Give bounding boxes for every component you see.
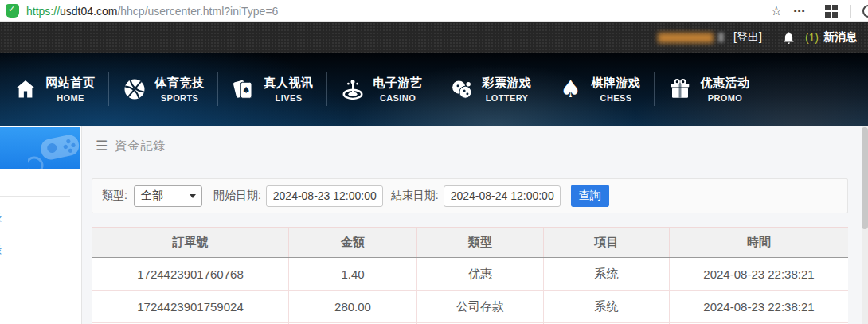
bell-icon[interactable] (782, 31, 796, 45)
main-nav: 网站首页HOME 体育竞技SPORTS ♠ 真人视讯LIVES 电子游艺CASI… (0, 53, 868, 126)
sidebar: 錄 錄 申 申 (0, 126, 82, 324)
table-row: 1724423901760768 1.40 优惠 系统 2024-08-23 2… (92, 258, 849, 291)
nav-label: 优惠活动PROMO (701, 76, 750, 103)
nav-label: 网站首页HOME (46, 76, 96, 103)
cell-time: 2024-08-23 22:38:21 (670, 258, 849, 291)
filter-bar: 類型: 全部 開始日期: 結束日期: 查詢 (92, 178, 848, 213)
cell-type: 优惠 (417, 258, 544, 291)
nav-item-chess[interactable]: ♠ 棋牌游戏CHESS (545, 53, 654, 126)
page-header: ☰ 資金記錄 (96, 139, 166, 154)
content-area: 錄 錄 申 申 ☰ 資金記錄 類型: 全部 開始日期: 結束日期: 查詢 訂單號… (0, 126, 868, 324)
gift-icon (668, 77, 692, 101)
cell-order-no: 1724423901760768 (92, 258, 289, 291)
nav-item-casino[interactable]: 电子游艺CASINO (327, 53, 436, 126)
topbar-divider (772, 32, 772, 44)
sidebar-partial-item[interactable]: 錄 (0, 210, 2, 225)
profile-icon[interactable] (862, 5, 868, 18)
gamepad-graphic (28, 131, 80, 169)
header-order-no: 訂單號 (92, 228, 289, 258)
url-scheme: https (26, 5, 50, 18)
cell-item: 系统 (544, 291, 670, 323)
logout-link[interactable]: [登出] (733, 30, 762, 45)
sidebar-partial-item[interactable]: 申 (0, 311, 2, 324)
start-date-input[interactable] (266, 185, 383, 207)
table-row: 1724423901759024 280.00 公司存款 系统 2024-08-… (92, 291, 849, 323)
header-amount: 金額 (289, 228, 417, 258)
nav-label: 彩票游戏LOTTERY (483, 76, 532, 103)
sidebar-divider (0, 196, 70, 197)
spade-icon: ♠ (559, 77, 583, 101)
end-date-input[interactable] (444, 185, 561, 207)
svg-text:♠: ♠ (242, 85, 250, 96)
cell-item: 系统 (544, 258, 670, 291)
bookmark-star-icon[interactable]: ☆ (771, 5, 782, 18)
sports-ball-icon (123, 77, 147, 101)
nav-item-lottery[interactable]: 彩票游戏LOTTERY (436, 53, 545, 126)
message-count-badge: (1) (805, 31, 819, 44)
url-separator: :// (50, 5, 60, 18)
sidebar-partial-item[interactable]: 錄 (0, 243, 2, 258)
type-label: 類型: (102, 189, 127, 203)
home-icon (14, 77, 37, 101)
nav-label: 棋牌游戏CHESS (592, 76, 641, 103)
search-button[interactable]: 查詢 (571, 185, 609, 207)
roulette-icon (341, 77, 365, 101)
cell-amount: 280.00 (289, 291, 417, 323)
playing-cards-icon: ♠ (232, 77, 256, 101)
records-table: 訂單號 金額 類型 項目 時間 1724423901760768 1.40 优惠… (92, 227, 848, 324)
header-type: 類型 (417, 228, 544, 258)
sidebar-banner[interactable] (0, 127, 80, 169)
more-options-icon[interactable]: ⋯ (793, 4, 806, 18)
start-date-label: 開始日期: (213, 189, 261, 203)
cell-order-no: 1724423901759024 (92, 291, 289, 323)
type-select[interactable]: 全部 (134, 185, 202, 207)
header-item: 項目 (544, 228, 670, 258)
secure-shield-icon[interactable] (6, 4, 19, 18)
nav-item-home[interactable]: 网站首页HOME (0, 53, 108, 126)
records-table-wrap: 訂單號 金額 類型 項目 時間 1724423901760768 1.40 优惠… (92, 227, 848, 324)
cell-time: 2024-08-23 22:38:21 (670, 291, 849, 323)
nav-label: 真人视讯LIVES (264, 76, 314, 103)
content-scrollbar[interactable] (862, 126, 868, 324)
page-title: 資金記錄 (115, 139, 166, 154)
username-redacted (658, 33, 714, 43)
url-path: /hhcp/usercenter.html?iniType=6 (117, 5, 278, 18)
apps-grid-icon[interactable] (825, 5, 838, 18)
lottery-balls-icon (450, 77, 474, 101)
browser-address-bar: https://usdt04.com/hhcp/usercenter.html?… (0, 0, 868, 22)
nav-label: 体育竞技SPORTS (155, 76, 205, 103)
username-redacted-tail (718, 33, 724, 42)
url-domain: usdt04.com (60, 5, 117, 18)
url-text[interactable]: https://usdt04.com/hhcp/usercenter.html?… (26, 5, 278, 18)
cell-type: 公司存款 (417, 291, 544, 323)
sidebar-partial-item[interactable]: 申 (0, 277, 2, 292)
scrollbar-thumb[interactable] (862, 127, 868, 229)
browser-toolbar-icons: ☆ ⋯ (771, 0, 868, 22)
type-select-value: 全部 (141, 189, 163, 203)
nav-item-lives[interactable]: ♠ 真人视讯LIVES (218, 53, 326, 126)
new-messages-link[interactable]: 新消息 (823, 30, 857, 45)
chevron-down-icon (190, 194, 196, 198)
user-status-bar: [登出] (1) 新消息 (0, 22, 868, 53)
nav-item-promo[interactable]: 优惠活动PROMO (655, 53, 763, 126)
hamburger-icon[interactable]: ☰ (96, 139, 108, 153)
nav-item-sports[interactable]: 体育竞技SPORTS (109, 53, 217, 126)
cell-amount: 1.40 (289, 258, 417, 291)
table-header-row: 訂單號 金額 類型 項目 時間 (92, 228, 849, 258)
nav-label: 电子游艺CASINO (373, 76, 423, 103)
header-time: 時間 (670, 228, 849, 258)
toolbar-divider (850, 5, 851, 18)
end-date-label: 結束日期: (391, 189, 439, 203)
